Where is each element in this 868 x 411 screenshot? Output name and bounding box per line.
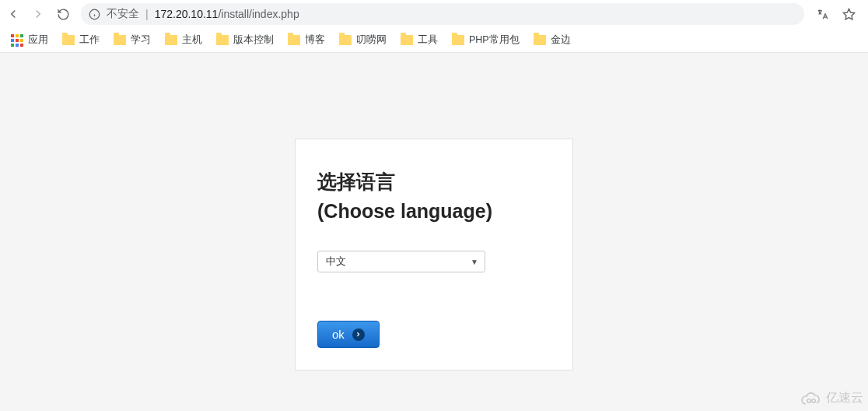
bookmark-folder[interactable]: 博客	[283, 30, 330, 50]
language-value: 中文	[326, 255, 346, 269]
bookmark-folder[interactable]: 金边	[529, 30, 576, 50]
nav-right-controls	[815, 7, 862, 21]
url-host: 172.20.10.11	[155, 8, 219, 20]
url-text: 172.20.10.11/install/index.php	[155, 8, 299, 20]
folder-icon	[452, 35, 464, 45]
title-line1: 选择语言	[317, 170, 395, 192]
cloud-icon	[800, 392, 823, 406]
folder-icon	[165, 35, 177, 45]
bookmark-folder[interactable]: 工具	[396, 30, 443, 50]
bookmark-bar: 应用 工作 学习 主机 版本控制 博客 叨唠网 工具 PHP常用包 金边	[0, 28, 868, 53]
language-select[interactable]: 中文 ▼	[317, 251, 485, 272]
forward-button[interactable]	[31, 7, 45, 21]
folder-icon	[216, 35, 229, 45]
watermark: 亿速云	[800, 390, 863, 406]
bookmark-label: 工具	[418, 33, 438, 47]
bookmark-label: 学习	[131, 33, 151, 47]
bookmark-folder[interactable]: PHP常用包	[447, 30, 524, 50]
folder-icon	[288, 35, 300, 45]
insecure-label: 不安全	[107, 7, 139, 21]
bookmark-label: 主机	[182, 33, 202, 47]
bookmark-label: 版本控制	[233, 33, 274, 47]
folder-icon	[62, 35, 75, 45]
apps-grid-icon	[11, 34, 23, 47]
svg-point-5	[812, 399, 815, 402]
site-info-icon[interactable]	[89, 9, 100, 20]
apps-label: 应用	[28, 33, 48, 47]
language-card: 选择语言 (Choose language) 中文 ▼ ok	[295, 139, 573, 371]
bookmark-label: PHP常用包	[469, 33, 520, 47]
folder-icon	[114, 35, 126, 45]
watermark-text: 亿速云	[826, 390, 863, 406]
svg-marker-3	[843, 9, 854, 19]
apps-button[interactable]: 应用	[6, 30, 53, 50]
bookmark-folder[interactable]: 版本控制	[212, 30, 278, 50]
browser-nav-bar: 不安全 | 172.20.10.11/install/index.php	[0, 0, 868, 28]
bookmark-folder[interactable]: 学习	[109, 30, 156, 50]
bookmark-star-icon[interactable]	[842, 7, 856, 21]
back-button[interactable]	[6, 7, 20, 21]
folder-icon	[401, 35, 413, 45]
card-title: 选择语言 (Choose language)	[317, 167, 551, 226]
bookmark-label: 工作	[79, 33, 100, 47]
caret-down-icon: ▼	[471, 258, 478, 266]
ok-button[interactable]: ok	[317, 321, 380, 348]
folder-icon	[339, 35, 352, 45]
bookmark-folder[interactable]: 工作	[58, 30, 104, 50]
bookmark-folder[interactable]: 叨唠网	[334, 30, 391, 50]
reload-button[interactable]	[56, 7, 70, 21]
title-line2: (Choose language)	[317, 200, 492, 222]
ok-label: ok	[332, 328, 345, 341]
arrow-right-icon	[352, 328, 365, 341]
bookmark-folder[interactable]: 主机	[160, 30, 207, 50]
folder-icon	[534, 35, 546, 45]
url-path: /install/index.php	[218, 8, 299, 20]
translate-icon[interactable]	[815, 7, 829, 21]
page-content: 选择语言 (Choose language) 中文 ▼ ok	[0, 53, 868, 411]
address-bar[interactable]: 不安全 | 172.20.10.11/install/index.php	[81, 3, 804, 25]
bookmark-label: 金边	[551, 33, 571, 47]
bookmark-label: 博客	[305, 33, 325, 47]
bookmark-label: 叨唠网	[356, 33, 387, 47]
url-separator: |	[145, 8, 149, 20]
svg-point-4	[807, 399, 810, 402]
